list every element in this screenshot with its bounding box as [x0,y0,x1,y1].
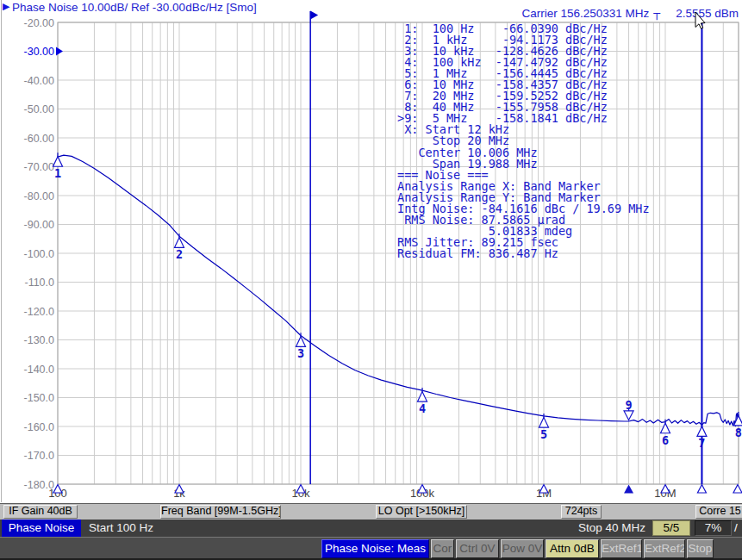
axis-marker-icon [697,485,706,494]
carrier-tick-icon: ┬ [653,7,660,20]
y-tick-label: -40.00 [24,75,54,87]
freq-band-button[interactable]: Freq Band [99M-1.5GHz] [160,505,281,519]
band-marker-flag-icon [310,11,318,20]
sweep-stop-label: Stop 40 MHz [578,520,645,537]
y-tick-label: -120.0 [24,306,54,318]
extref2-status-button[interactable]: ExtRef2 [644,539,685,558]
marker-icon [539,418,549,428]
ref-level-marker-icon[interactable] [56,47,63,56]
marker-number: 3 [297,346,304,360]
stop-status-button[interactable]: Stop [687,539,714,558]
lo-opt-button[interactable]: LO Opt [>150kHz] [376,505,467,519]
y-tick-label: -110.0 [24,277,54,289]
phase-noise-analyzer-screen: -20.00-30.00-40.00-50.00-60.00-70.00-80.… [0,0,742,560]
axis-marker-icon [733,485,742,494]
ref-level-label: -30.00 [24,46,54,58]
carrier-frequency: Carrier 156.250331 MHz [522,7,650,20]
y-tick-label: -90.00 [24,219,54,231]
marker-and-noise-console: 1: 100 Hz -66.0390 dBc/Hz 2: 1 kHz -94.1… [397,23,650,259]
mouse-cursor [692,10,711,33]
sweep-start-label: Start 100 Hz [89,520,153,537]
marker-number: 5 [540,427,547,441]
active-marker-icon [624,411,633,420]
marker-icon [733,415,742,426]
measurement-settings-bar: IF Gain 40dB Freq Band [99M-1.5GHz] LO O… [0,503,742,520]
y-tick-label: -130.0 [24,334,54,346]
marker-icon [697,426,707,437]
instrument-state-bar: Phase Noise: Meas Cor Ctrl 0V Pow 0V Att… [0,537,742,560]
marker-icon [661,423,670,433]
marker-number: 4 [419,401,426,415]
marker-number: 6 [662,433,669,447]
attenuator-status-button[interactable]: Attn 0dB [546,539,599,558]
axis-marker-filled-icon [624,485,633,494]
correlation-button[interactable]: Corre 15 [695,505,742,519]
y-tick-label: -80.00 [24,190,54,202]
trace-title[interactable]: Phase Noise 10.00dB/ Ref -30.00dBc/Hz [S… [12,1,257,14]
dc-control-status-button[interactable]: Ctrl 0V [456,539,499,558]
extref1-status-button[interactable]: ExtRef1 [601,539,642,558]
marker-number: 2 [176,247,183,261]
x-axis-labels: 1001k10k100k1M10M [48,487,677,500]
y-tick-label: -70.00 [24,161,54,173]
measurement-status-button[interactable]: Phase Noise: Meas [321,539,429,558]
y-tick-label: -20.00 [24,17,54,29]
mode-badge[interactable]: Phase Noise [2,520,81,537]
active-trace-arrow-icon: ▶ [3,1,9,12]
if-gain-button[interactable]: IF Gain 40dB [3,505,78,519]
y-tick-label: -50.00 [24,103,54,115]
marker-number: 8 [735,426,742,439]
y-axis-labels: -20.00-30.00-40.00-50.00-60.00-70.00-80.… [24,17,63,491]
y-tick-label: -160.0 [24,421,54,433]
average-count-badge: 5/5 [652,520,690,536]
y-tick-label: -140.0 [24,364,54,376]
activity-spinner: / [734,520,738,537]
points-button[interactable]: 724pts [561,505,602,519]
y-tick-label: -150.0 [24,392,54,404]
sweep-status-bar: Phase Noise Start 100 Hz Stop 40 MHz 5/5… [0,520,742,537]
y-tick-label: -170.0 [24,450,54,462]
marker-number: 1 [54,166,61,180]
y-tick-label: -100.0 [24,248,54,260]
marker-icon [53,157,63,167]
sweep-progress-badge: 7% [695,520,732,536]
dc-power-status-button[interactable]: Pow 0V [501,539,544,558]
y-tick-label: -60.00 [24,133,54,145]
correction-status-button[interactable]: Cor [431,539,454,558]
marker-icon [418,392,427,402]
marker-number: 7 [698,436,705,450]
